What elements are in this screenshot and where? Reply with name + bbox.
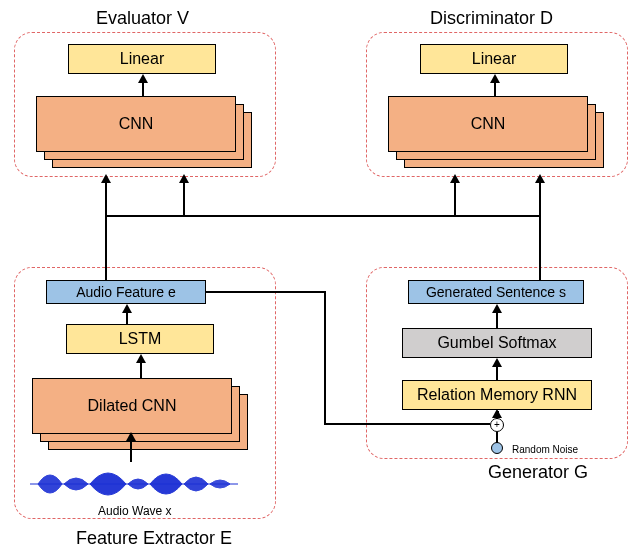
discriminator-linear-block: Linear (420, 44, 568, 74)
line-rnn-input (497, 411, 499, 418)
generator-title: Generator G (488, 462, 588, 483)
arrow-bus-to-evaluatorcnn-right (183, 182, 185, 216)
arrow-rnn-to-gumbel (496, 366, 498, 380)
line-audiofeature-to-plus-h2 (324, 423, 490, 425)
arrow-wave-to-dilatedcnn (130, 440, 132, 462)
random-noise-icon (491, 442, 503, 454)
audio-wave-icon (30, 462, 238, 506)
line-audiofeature-up (105, 215, 107, 280)
arrow-discriminator-cnn-to-linear (494, 82, 496, 96)
evaluator-cnn-block: CNN (36, 96, 236, 152)
arrow-bus-to-discriminatorcnn-right (539, 182, 541, 216)
arrow-evaluator-cnn-to-linear (142, 82, 144, 96)
arrow-audiofeature-to-evaluatorcnn (105, 182, 107, 216)
evaluator-title: Evaluator V (96, 8, 189, 29)
audio-feature-block: Audio Feature e (46, 280, 206, 304)
gumbel-softmax-block: Gumbel Softmax (402, 328, 592, 358)
arrow-gumbel-to-sentence (496, 312, 498, 328)
extractor-title: Feature Extractor E (76, 528, 232, 549)
discriminator-title: Discriminator D (430, 8, 553, 29)
line-audiofeature-to-plus-h (206, 291, 326, 293)
lstm-block: LSTM (66, 324, 214, 354)
random-noise-label: Random Noise (512, 444, 578, 455)
arrow-dilatedcnn-to-lstm (140, 362, 142, 378)
generated-sentence-block: Generated Sentence s (408, 280, 584, 304)
audio-wave-label: Audio Wave x (98, 504, 172, 518)
line-bus-horizontal (105, 215, 541, 217)
evaluator-linear-block: Linear (68, 44, 216, 74)
plus-node-icon: + (490, 418, 504, 432)
arrow-lstm-to-audiofeature (126, 312, 128, 324)
line-sentence-up (539, 215, 541, 280)
arrow-bus-to-discriminatorcnn-left (454, 182, 456, 216)
line-noise-to-plus (496, 432, 498, 443)
discriminator-cnn-block: CNN (388, 96, 588, 152)
relation-memory-rnn-block: Relation Memory RNN (402, 380, 592, 410)
line-audiofeature-to-plus-v (324, 291, 326, 425)
dilated-cnn-block: Dilated CNN (32, 378, 232, 434)
